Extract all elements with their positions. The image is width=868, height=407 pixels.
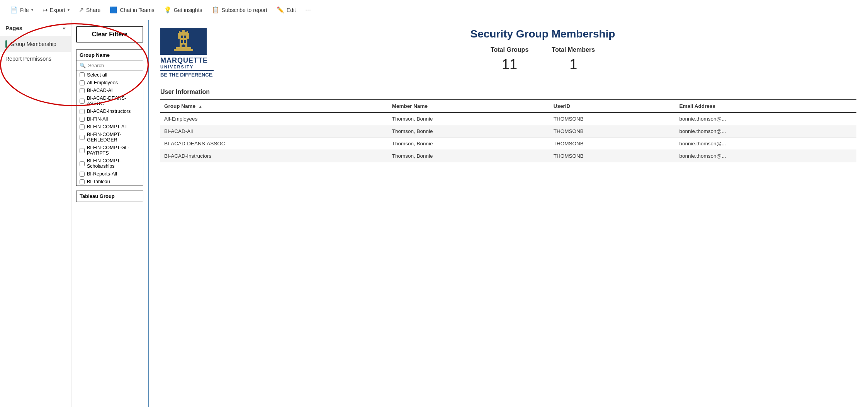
filter-item-bi-fin-compt-scholarships[interactable]: BI-FIN-COMPT-Scholarships: [76, 157, 143, 170]
total-groups-value: 11: [491, 56, 528, 73]
select-all-checkbox[interactable]: [80, 72, 85, 77]
logo-box: [160, 28, 207, 55]
user-info-section: User Information Group Name ▲ Member Nam…: [160, 89, 856, 162]
cell-email: bonnie.thomson@...: [675, 150, 856, 162]
share-label: Share: [86, 7, 100, 13]
label-bi-fin-compt-genledger: BI-FIN-COMPT-GENLEDGER: [87, 132, 140, 143]
label-bi-fin-compt-gl-payrpts: BI-FIN-COMPT-GL-PAYRPTS: [87, 145, 140, 156]
clear-filters-button[interactable]: Clear Filters: [76, 26, 143, 43]
cell-group-name: BI-ACAD-Instructors: [160, 150, 388, 162]
group-name-search-input[interactable]: [88, 63, 140, 68]
filter-item-bi-reports-all[interactable]: BI-Reports-All: [76, 170, 143, 178]
svg-rect-6: [181, 36, 183, 38]
file-label: File: [20, 7, 29, 13]
cell-userid: THOMSONB: [550, 150, 676, 162]
sidebar-item-group-membership[interactable]: Group Membership: [0, 36, 71, 52]
label-bi-fin-compt-scholarships: BI-FIN-COMPT-Scholarships: [87, 158, 140, 169]
content-area: Clear Filters Group Name 🔍 Select all Al…: [71, 20, 868, 407]
label-bi-acad-deans-assoc: BI-ACAD-DEANS-ASSOC: [87, 95, 140, 106]
edit-icon: ✏️: [277, 6, 284, 14]
university-logo-svg: [168, 30, 199, 53]
sidebar: Pages « Group Membership Report Permisso…: [0, 20, 71, 407]
sidebar-collapse-button[interactable]: «: [63, 25, 66, 31]
more-icon: ···: [305, 6, 311, 14]
report-header: MARQUETTE UNIVERSITY BE THE DIFFERENCE. …: [160, 28, 856, 78]
get-insights-button[interactable]: 💡 Get insights: [160, 4, 206, 16]
filter-item-bi-tableau[interactable]: BI-Tableau: [76, 178, 143, 186]
file-icon: 📄: [10, 6, 18, 14]
checkbox-bi-tableau[interactable]: [80, 179, 85, 184]
tableau-group-filter-title: Tableau Group: [76, 191, 143, 202]
export-icon: ↦: [42, 6, 48, 14]
filter-item-bi-acad-deans-assoc[interactable]: BI-ACAD-DEANS-ASSOC: [76, 94, 143, 107]
filter-item-bi-fin-compt-genledger[interactable]: BI-FIN-COMPT-GENLEDGER: [76, 131, 143, 144]
checkbox-bi-reports-all[interactable]: [80, 172, 85, 177]
teams-icon: 🟦: [110, 6, 117, 14]
filter-item-all-employees[interactable]: All-Employees: [76, 79, 143, 87]
select-all-item[interactable]: Select all: [76, 71, 143, 79]
col-header-email: Email Address: [675, 100, 856, 112]
svg-rect-8: [181, 40, 183, 43]
share-icon: ↗: [79, 6, 84, 14]
logo-text-area: MARQUETTE UNIVERSITY BE THE DIFFERENCE.: [160, 56, 214, 78]
cell-email: bonnie.thomson@...: [675, 125, 856, 138]
checkbox-bi-fin-compt-all[interactable]: [80, 124, 85, 129]
total-groups-stat: Total Groups 11: [491, 46, 528, 73]
user-info-table: Group Name ▲ Member Name UserID Email Ad…: [160, 99, 856, 162]
sidebar-item-report-permissions[interactable]: Report Permissons: [0, 52, 71, 66]
chat-in-teams-button[interactable]: 🟦 Chat in Teams: [106, 4, 158, 16]
table-header-row: Group Name ▲ Member Name UserID Email Ad…: [160, 100, 856, 112]
checkbox-bi-fin-compt-genledger[interactable]: [80, 135, 85, 140]
col-header-member-name: Member Name: [388, 100, 550, 112]
svg-rect-12: [174, 49, 193, 51]
cell-member-name: Thomson, Bonnie: [388, 138, 550, 150]
get-insights-label: Get insights: [174, 7, 202, 13]
subscribe-button[interactable]: 📋 Subscribe to report: [208, 4, 271, 16]
cell-member-name: Thomson, Bonnie: [388, 125, 550, 138]
table-row: All-Employees Thomson, Bonnie THOMSONB b…: [160, 112, 856, 125]
filter-item-bi-fin-all[interactable]: BI-FIN-All: [76, 115, 143, 123]
svg-rect-3: [179, 31, 180, 33]
sidebar-header: Pages «: [0, 20, 71, 36]
edit-label: Edit: [287, 7, 296, 13]
filter-item-bi-fin-compt-gl-payrpts[interactable]: BI-FIN-COMPT-GL-PAYRPTS: [76, 144, 143, 157]
export-button[interactable]: ↦ Export ▾: [39, 4, 73, 16]
insights-icon: 💡: [164, 6, 172, 14]
more-options-button[interactable]: ···: [301, 3, 315, 16]
report-title-area: Security Group Membership Total Groups 1…: [229, 28, 856, 73]
group-name-search: 🔍: [76, 61, 143, 71]
sidebar-item-label-group-membership: Group Membership: [10, 41, 66, 47]
filter-item-bi-acad-all[interactable]: BI-ACAD-All: [76, 87, 143, 94]
checkbox-bi-acad-instructors[interactable]: [80, 109, 85, 114]
checkbox-bi-fin-compt-gl-payrpts[interactable]: [80, 148, 85, 153]
sidebar-title: Pages: [5, 25, 22, 31]
checkbox-bi-fin-all[interactable]: [80, 117, 85, 122]
share-button[interactable]: ↗ Share: [75, 4, 104, 16]
cell-userid: THOMSONB: [550, 112, 676, 125]
label-bi-acad-all: BI-ACAD-All: [87, 88, 114, 93]
checkbox-bi-acad-all[interactable]: [80, 88, 85, 93]
report-title: Security Group Membership: [229, 28, 856, 40]
table-row: BI-ACAD-All Thomson, Bonnie THOMSONB bon…: [160, 125, 856, 138]
main-layout: Pages « Group Membership Report Permisso…: [0, 20, 868, 407]
checkbox-bi-fin-compt-scholarships[interactable]: [80, 161, 85, 166]
svg-rect-1: [178, 33, 180, 39]
toolbar: 📄 File ▾ ↦ Export ▾ ↗ Share 🟦 Chat in Te…: [0, 0, 868, 20]
checkbox-all-employees[interactable]: [80, 80, 85, 85]
svg-rect-10: [182, 44, 185, 48]
col-header-userid: UserID: [550, 100, 676, 112]
checkbox-bi-acad-deans-assoc[interactable]: [80, 99, 85, 104]
label-bi-fin-compt-all: BI-FIN-COMPT-All: [87, 124, 127, 129]
filter-item-bi-fin-compt-all[interactable]: BI-FIN-COMPT-All: [76, 123, 143, 131]
subscribe-label: Subscribe to report: [222, 7, 267, 13]
export-label: Export: [50, 7, 65, 13]
filter-panel: Clear Filters Group Name 🔍 Select all Al…: [71, 20, 149, 407]
filter-item-bi-acad-instructors[interactable]: BI-ACAD-Instructors: [76, 107, 143, 115]
file-button[interactable]: 📄 File ▾: [6, 4, 37, 16]
cell-email: bonnie.thomson@...: [675, 112, 856, 125]
active-indicator: [5, 40, 7, 48]
chat-in-teams-label: Chat in Teams: [120, 7, 154, 13]
sort-icon-group-name[interactable]: ▲: [199, 104, 202, 109]
edit-button[interactable]: ✏️ Edit: [273, 4, 300, 16]
total-members-value: 1: [552, 56, 595, 73]
